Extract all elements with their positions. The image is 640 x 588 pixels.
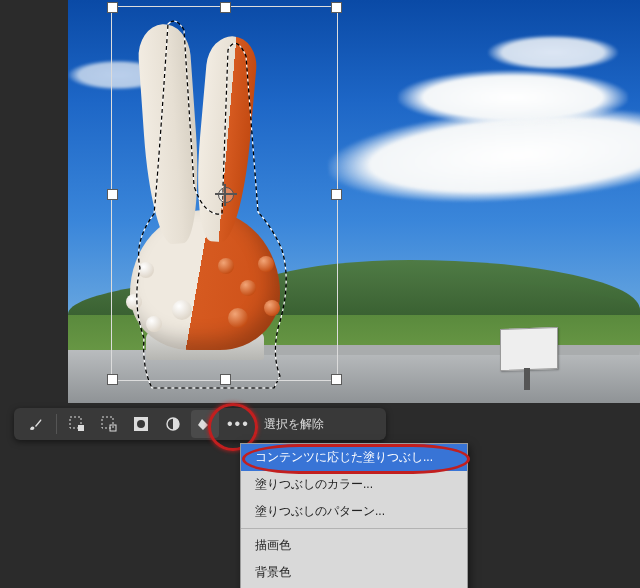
svg-point-5: [137, 420, 145, 428]
left-gutter: [0, 0, 68, 403]
selection-subtract-button[interactable]: [95, 410, 123, 438]
contextual-toolbar: ••• 選択を解除: [14, 408, 386, 440]
menu-item-foreground[interactable]: 描画色: [241, 532, 467, 559]
menu-item-content-aware-fill[interactable]: コンテンツに応じた塗りつぶし...: [241, 444, 467, 471]
handle-mid-left[interactable]: [107, 189, 118, 200]
toolbar-separator: [56, 414, 57, 434]
handle-bot-mid[interactable]: [220, 374, 231, 385]
handle-mid-right[interactable]: [331, 189, 342, 200]
sign-post: [524, 368, 530, 390]
handle-bot-left[interactable]: [107, 374, 118, 385]
deselect-button[interactable]: 選択を解除: [264, 416, 324, 433]
svg-rect-1: [78, 425, 84, 431]
handle-top-left[interactable]: [107, 2, 118, 13]
handle-bot-right[interactable]: [331, 374, 342, 385]
brush-tool-button[interactable]: [22, 410, 50, 438]
sign-board: [500, 327, 558, 371]
handle-top-mid[interactable]: [220, 2, 231, 13]
menu-item-fill-pattern[interactable]: 塗りつぶしのパターン...: [241, 498, 467, 525]
adjust-button[interactable]: [159, 410, 187, 438]
fill-dropdown-menu: コンテンツに応じた塗りつぶし... 塗りつぶしのカラー... 塗りつぶしのパター…: [240, 443, 468, 588]
svg-rect-2: [102, 417, 113, 428]
menu-item-background[interactable]: 背景色: [241, 559, 467, 586]
app-stage: ••• 選択を解除 コンテンツに応じた塗りつぶし... 塗りつぶしのカラー...…: [0, 0, 640, 588]
fill-button[interactable]: [191, 410, 219, 438]
handle-top-right[interactable]: [331, 2, 342, 13]
menu-divider: [241, 528, 467, 529]
image-canvas[interactable]: [68, 0, 640, 403]
menu-item-fill-color[interactable]: 塗りつぶしのカラー...: [241, 471, 467, 498]
cloud: [488, 35, 618, 70]
selection-add-button[interactable]: [63, 410, 91, 438]
mask-button[interactable]: [127, 410, 155, 438]
transform-box[interactable]: [111, 6, 338, 381]
transform-pivot[interactable]: [218, 187, 234, 203]
more-icon[interactable]: •••: [227, 415, 250, 433]
cloud: [398, 70, 628, 125]
